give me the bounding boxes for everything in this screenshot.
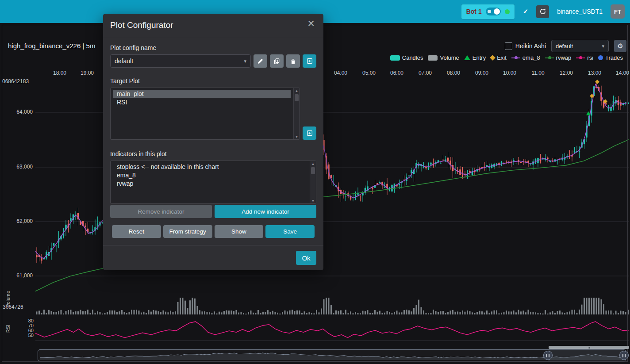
save-button[interactable]: Save [265, 225, 315, 238]
axis-value-label: 068642183 [2, 78, 29, 84]
avatar-button[interactable]: FT [611, 4, 625, 19]
from-strategy-button[interactable]: From strategy [163, 225, 212, 238]
exchange-label[interactable]: binance_USDT1 [557, 8, 603, 15]
config-name-select[interactable]: default ▾ [110, 54, 251, 68]
time-axis-tick: 09:00 [471, 70, 493, 76]
pause-icon [625, 354, 626, 357]
add-square-icon [306, 130, 313, 137]
legend-label: rsi [587, 54, 593, 61]
target-plot-option[interactable]: main_plot [113, 90, 291, 98]
time-axis-tick: 07:00 [414, 70, 436, 76]
remove-indicator-button[interactable]: Remove indicator [110, 205, 212, 218]
duplicate-config-button[interactable] [270, 54, 284, 68]
time-axis-tick: 04:00 [330, 70, 352, 76]
close-icon[interactable]: × [305, 17, 317, 30]
time-axis-tick: 12:00 [555, 70, 577, 76]
legend-label: Volume [440, 54, 459, 61]
add-new-indicator-button[interactable]: Add new indicator [215, 205, 316, 218]
chart-controls: Heikin Ashi default ▾ ⚙ [505, 40, 626, 52]
chevron-down-icon: ▾ [244, 58, 246, 64]
scrollbar-grip [589, 347, 590, 349]
indicator-option[interactable]: stoploss <-- not available in this chart [113, 163, 307, 171]
toggle-track-dot [488, 10, 491, 13]
plot-configurator-modal: Plot Configurator × Plot config name def… [103, 14, 323, 270]
pause-icon [546, 354, 547, 357]
time-axis-tick: 10:00 [499, 70, 521, 76]
config-actions-row: Reset From strategy Show Save [110, 225, 316, 238]
bot-selector[interactable]: Bot 1 [461, 4, 515, 19]
target-plot-option[interactable]: RSI [113, 98, 291, 106]
indicators-label: Indicators in this plot [110, 150, 316, 157]
heikin-ashi-checkbox[interactable] [505, 42, 512, 50]
legend-item-trades[interactable]: Trades [598, 54, 623, 61]
refresh-button[interactable] [536, 5, 549, 18]
scroll-up-icon[interactable]: ▴ [296, 88, 298, 93]
show-button[interactable]: Show [215, 225, 264, 238]
legend-item-volume[interactable]: Volume [428, 54, 459, 61]
legend-item-exit[interactable]: Exit [491, 54, 507, 61]
legend-label: Exit [497, 54, 507, 61]
reset-button[interactable]: Reset [112, 225, 161, 238]
time-axis-tick: 08:00 [442, 70, 465, 76]
rsi-axis-tick: 70 [22, 323, 34, 328]
navigator-handle-left[interactable] [543, 351, 553, 360]
modal-title: Plot Configurator [110, 20, 173, 30]
chart-navigator[interactable] [38, 349, 626, 361]
delete-config-button[interactable] [286, 54, 300, 68]
plot-config-select[interactable]: default ▾ [551, 40, 609, 52]
navigator-selected-range[interactable] [548, 350, 624, 361]
config-name-select-value: default [115, 57, 133, 65]
legend-item-rsi[interactable]: rsi [576, 54, 593, 61]
scrollbar-grip [588, 347, 589, 349]
bot-online-toggle[interactable] [486, 8, 501, 15]
rsi-swatch-icon [576, 55, 585, 61]
entry-swatch-icon [464, 55, 470, 60]
config-name-row: default ▾ [110, 54, 316, 68]
modal-header: Plot Configurator × [103, 14, 323, 37]
plot-settings-button[interactable]: ⚙ [614, 40, 626, 52]
indicator-option[interactable]: ema_8 [113, 171, 307, 179]
scroll-up-icon[interactable]: ▴ [312, 161, 314, 166]
scrollbar-thumb[interactable] [311, 167, 315, 174]
legend-item-ema_8[interactable]: ema_8 [511, 54, 540, 61]
target-plot-listbox[interactable]: main_plotRSI ▴ ▾ [110, 88, 300, 140]
add-config-button[interactable] [303, 54, 316, 68]
time-axis-tick: 19:00 [76, 70, 98, 76]
rvwap-swatch-icon [545, 55, 554, 61]
copy-icon [273, 58, 280, 65]
bot-name-label: Bot 1 [466, 8, 482, 15]
axis-value-label: 3064726 [3, 304, 23, 310]
scroll-down-icon[interactable]: ▾ [312, 198, 314, 203]
indicator-actions-row: Remove indicator Add new indicator [110, 205, 316, 218]
target-plot-row: main_plotRSI ▴ ▾ [110, 88, 316, 140]
add-target-plot-button[interactable] [303, 126, 316, 140]
legend-label: rvwap [556, 54, 572, 61]
legend-label: Trades [605, 54, 623, 61]
heikin-ashi-toggle[interactable]: Heikin Ashi [505, 42, 546, 50]
scrollbar-thumb[interactable] [295, 94, 299, 101]
indicator-option[interactable]: rvwap [113, 180, 307, 188]
navigator-handle-right[interactable] [619, 351, 629, 360]
time-axis-tick: 06:00 [386, 70, 408, 76]
rsi-axis-tick: 60 [22, 328, 34, 333]
legend-item-candles[interactable]: Candles [390, 54, 423, 61]
modal-body: Plot config name default ▾ [103, 37, 323, 245]
horizontal-scrollbar[interactable] [549, 346, 629, 349]
time-axis-tick: 13:00 [584, 70, 606, 76]
vertical-scrollbar[interactable]: ▴ ▾ [310, 161, 316, 203]
rename-config-button[interactable] [254, 54, 267, 68]
scroll-down-icon[interactable]: ▾ [296, 134, 298, 139]
ok-button[interactable]: Ok [296, 251, 316, 265]
time-axis-tick: 14:00 [611, 70, 630, 76]
chart-legend: CandlesVolumeEntryExitema_8rvwaprsiTrade… [390, 54, 623, 61]
subplot-axis-title: RSI [5, 315, 11, 342]
price-axis-tick: 61,000 [12, 272, 33, 279]
legend-item-entry[interactable]: Entry [464, 54, 486, 61]
legend-item-rvwap[interactable]: rvwap [545, 54, 572, 61]
vertical-scrollbar[interactable]: ▴ ▾ [293, 88, 300, 139]
heikin-ashi-label: Heikin Ashi [515, 42, 546, 50]
legend-label: Entry [472, 54, 486, 61]
indicators-listbox[interactable]: stoploss <-- not available in this chart… [110, 161, 316, 204]
legend-label: ema_8 [522, 54, 540, 61]
pause-icon [622, 354, 623, 357]
